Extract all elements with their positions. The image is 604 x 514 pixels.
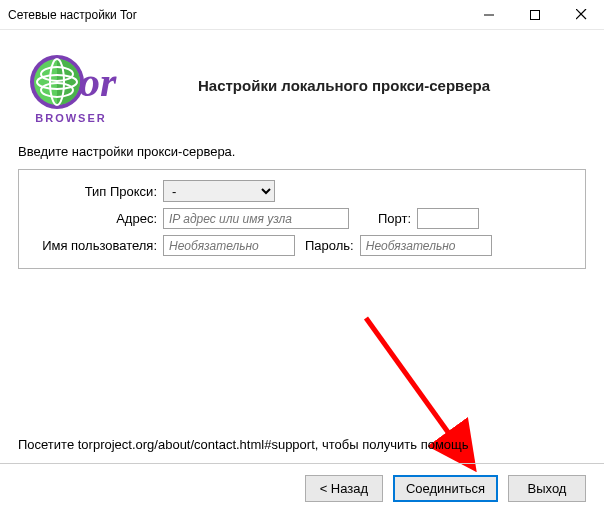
address-input[interactable] [163,208,349,229]
username-label: Имя пользователя: [31,238,163,253]
close-icon [576,9,587,20]
username-input[interactable] [163,235,295,256]
password-label: Пароль: [295,238,360,253]
maximize-button[interactable] [512,0,558,30]
proxy-form: Тип Прокси: - Адрес: Порт: Имя пользоват… [18,169,586,269]
address-label: Адрес: [31,211,163,226]
close-button[interactable] [558,0,604,30]
footer-separator [0,463,604,464]
titlebar: Сетевые настройки Tor [0,0,604,30]
row-credentials: Имя пользователя: Пароль: [31,235,573,256]
svg-rect-1 [531,10,540,19]
svg-text:or: or [79,59,117,105]
logo-browser-text: BROWSER [35,112,106,124]
content-area: or BROWSER Настройки локального прокси-с… [0,30,604,269]
maximize-icon [530,10,540,20]
header-row: or BROWSER Настройки локального прокси-с… [18,40,586,130]
intro-text: Введите настройки прокси-сервера. [18,144,586,159]
port-input[interactable] [417,208,479,229]
footer-help-text: Посетите torproject.org/about/contact.ht… [18,437,469,452]
button-bar: < Назад Соединиться Выход [305,475,586,502]
proxy-type-label: Тип Прокси: [31,184,163,199]
row-proxy-type: Тип Прокси: - [31,180,573,202]
password-input[interactable] [360,235,492,256]
window-controls [466,0,604,30]
back-button[interactable]: < Назад [305,475,383,502]
page-heading: Настройки локального прокси-сервера [142,77,586,94]
port-label: Порт: [367,211,417,226]
window-title: Сетевые настройки Tor [8,8,466,22]
exit-button[interactable]: Выход [508,475,586,502]
tor-browser-logo: or BROWSER [18,40,124,130]
connect-button[interactable]: Соединиться [393,475,498,502]
minimize-button[interactable] [466,0,512,30]
row-address: Адрес: Порт: [31,208,573,229]
tor-logo-icon: or [21,46,121,114]
proxy-type-select[interactable]: - [163,180,275,202]
minimize-icon [484,10,494,20]
